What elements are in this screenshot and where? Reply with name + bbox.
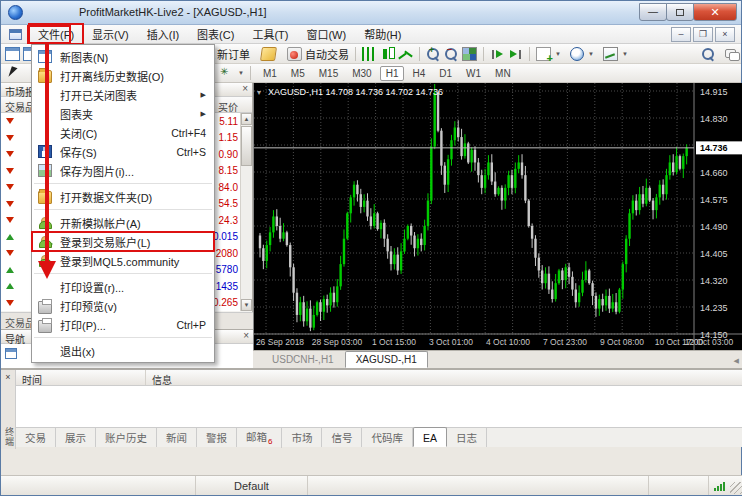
mdi-minimize-button[interactable]: – [671, 27, 691, 42]
terminal-tab-item[interactable]: 信号 [322, 428, 362, 447]
menubar-item[interactable]: 工具(T) [243, 24, 297, 44]
file-menu-item[interactable]: 打印(P)...Ctrl+P [32, 315, 214, 334]
timeframe-button-m5[interactable]: M5 [285, 66, 311, 81]
periods-dropdown-icon[interactable]: ▼ [588, 51, 594, 57]
search-icon[interactable] [701, 47, 716, 61]
file-menu-item[interactable]: 开新模拟帐户(A) [32, 213, 214, 232]
timeframe-button-w1[interactable]: W1 [460, 66, 487, 81]
objects-dropdown-icon[interactable]: ▼ [238, 70, 244, 76]
terminal-tab-item[interactable]: 展示 [56, 428, 96, 447]
mdi-close-button[interactable]: × [715, 27, 735, 42]
print-icon [38, 320, 52, 333]
terminal-tab-item[interactable]: 日志 [447, 428, 487, 447]
file-menu-item[interactable]: 登录到交易账户(L) [32, 232, 214, 251]
file-menu-item[interactable]: 登录到MQL5.community [32, 251, 214, 270]
timeframe-button-mn[interactable]: MN [489, 66, 517, 81]
templates-dropdown-icon[interactable]: ▼ [622, 51, 628, 57]
terminal-close-icon[interactable]: × [1, 372, 15, 382]
metaeditor-icon[interactable] [260, 47, 277, 61]
file-menu-item[interactable]: 打开数据文件夹(D) [32, 187, 214, 206]
message-column-header[interactable]: 信息 [146, 370, 742, 385]
new-chart-icon[interactable] [5, 47, 20, 61]
menubar-item[interactable]: 插入(I) [138, 24, 188, 44]
cursor-icon[interactable] [6, 66, 21, 80]
autotrading-icon[interactable] [287, 47, 302, 61]
svg-text:7 Oct 23:00: 7 Oct 23:00 [543, 337, 587, 347]
file-menu-item[interactable]: 打开离线历史数据(O) [32, 66, 214, 85]
minimize-button[interactable]: — [639, 3, 667, 21]
file-menu-item-label: 退出(x) [60, 343, 206, 359]
file-menu-item[interactable]: 打印预览(v) [32, 296, 214, 315]
periods-icon[interactable] [570, 47, 584, 61]
data-folder-icon [38, 191, 52, 204]
maximize-button[interactable] [666, 3, 694, 21]
market-watch-close-icon[interactable]: × [242, 83, 248, 94]
menubar-item[interactable]: 图表(C) [188, 24, 243, 44]
menubar-item[interactable]: 帮助(H) [355, 24, 410, 44]
no-icon [38, 344, 52, 357]
file-menu-item[interactable]: 保存为图片(i)... [32, 161, 214, 180]
timeframe-button-h1[interactable]: H1 [380, 66, 405, 81]
menubar-item[interactable]: 显示(V) [83, 24, 138, 44]
terminal-tab-item[interactable]: 新闻 [157, 428, 197, 447]
auto-scroll-icon[interactable] [490, 47, 505, 61]
terminal-tab-bar: 交易展示账户历史新闻警报邮箱6市场信号代码库EA日志 [16, 427, 742, 447]
save-icon [38, 145, 52, 158]
file-menu-item[interactable]: 新图表(N) [32, 47, 214, 66]
menubar-item[interactable]: 文件(F) [29, 24, 83, 44]
terminal-column-headers[interactable]: 时间 信息 [16, 370, 742, 386]
terminal-tab-ea[interactable]: EA [413, 427, 447, 447]
file-menu-item-label: 保存(S) [60, 144, 177, 160]
timeframe-button-d1[interactable]: D1 [433, 66, 458, 81]
terminal-side-strip: × 终端 [1, 370, 16, 449]
bar-chart-icon[interactable] [362, 47, 377, 61]
timeframe-button-h4[interactable]: H4 [406, 66, 431, 81]
time-column-header[interactable]: 时间 [16, 370, 146, 385]
file-menu-item[interactable]: 退出(x) [32, 341, 214, 360]
file-menu-item[interactable]: 关闭(C)Ctrl+F4 [32, 123, 214, 142]
scrollbar-thumb[interactable] [241, 126, 252, 166]
down-arrow-icon [6, 300, 14, 306]
chart-window[interactable]: 14.91514.83014.66014.57514.49014.40514.3… [253, 83, 742, 350]
menubar-item[interactable]: 窗口(W) [297, 24, 355, 44]
navigator-close-icon[interactable]: × [243, 330, 249, 341]
timeframe-button-m1[interactable]: M1 [257, 66, 283, 81]
chart-shift-icon[interactable] [508, 47, 523, 61]
file-menu-item[interactable]: 打开已关闭图表▶ [32, 85, 214, 104]
close-button[interactable]: ✕ [693, 3, 737, 21]
indicators-icon[interactable] [536, 47, 551, 61]
terminal-tab-item[interactable]: 代码库 [362, 428, 413, 447]
file-menu-item[interactable]: 打印设置(r)... [32, 277, 214, 296]
chat-icon[interactable] [725, 47, 740, 61]
indicators-dropdown-icon[interactable]: ▼ [555, 51, 561, 57]
templates-icon[interactable] [603, 47, 618, 61]
zoom-in-icon[interactable] [426, 47, 441, 61]
terminal-tab-item[interactable]: 交易 [16, 428, 56, 447]
timeframe-button-m30[interactable]: M30 [346, 66, 377, 81]
line-chart-icon[interactable] [398, 47, 413, 61]
chart-tab[interactable]: USDCNH-,H1 [261, 351, 345, 368]
tab-scroll-icon[interactable]: ◀ [734, 357, 739, 365]
file-menu-item[interactable]: 图表夹▶ [32, 104, 214, 123]
autotrading-button[interactable]: 自动交易 [305, 46, 349, 62]
zoom-out-icon[interactable] [444, 47, 459, 61]
market-watch-scrollbar[interactable]: ▲ ▼ [240, 113, 252, 311]
candlestick-chart[interactable]: 14.91514.83014.66014.57514.49014.40514.3… [254, 83, 742, 350]
terminal-tab-item[interactable]: 警报 [197, 428, 237, 447]
file-menu-item[interactable]: 保存(S)Ctrl+S [32, 142, 214, 161]
profile-status[interactable]: Default [196, 476, 308, 495]
terminal-tab-item[interactable]: 账户历史 [96, 428, 157, 447]
resize-grip[interactable] [730, 482, 742, 494]
tile-windows-icon[interactable] [462, 47, 477, 61]
terminal-tab-item[interactable]: 邮箱6 [237, 427, 282, 448]
scroll-down-icon[interactable]: ▼ [241, 299, 252, 311]
candlestick-icon[interactable] [380, 47, 395, 61]
mdi-restore-button[interactable]: ❐ [693, 27, 713, 42]
chart-tab[interactable]: XAGUSD-,H1 [345, 351, 428, 368]
timeframe-button-m15[interactable]: M15 [313, 66, 344, 81]
objects-icon[interactable] [219, 66, 234, 80]
scroll-up-icon[interactable]: ▲ [241, 113, 252, 125]
svg-text:28 Sep 03:00: 28 Sep 03:00 [312, 337, 363, 347]
terminal-tab-item[interactable]: 市场 [282, 428, 322, 447]
new-order-button[interactable]: 新订单 [217, 46, 250, 62]
